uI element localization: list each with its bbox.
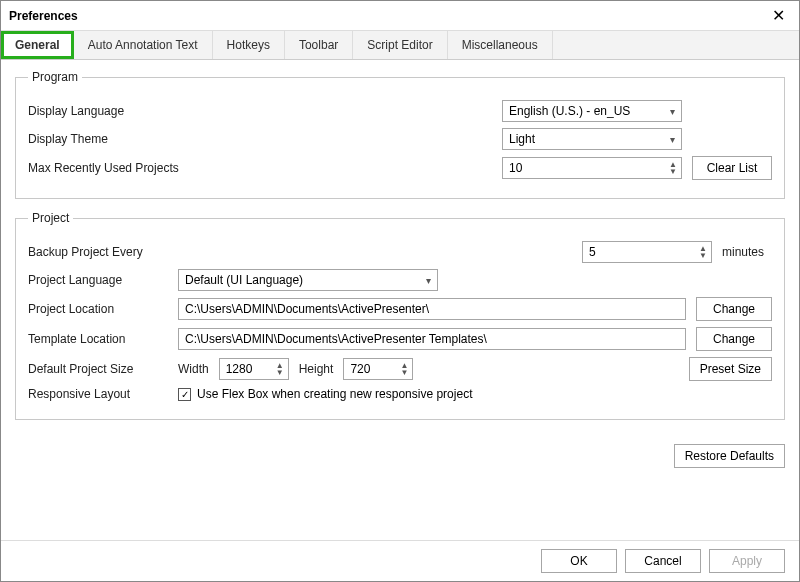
width-label: Width: [178, 362, 209, 376]
template-location-input[interactable]: C:\Users\ADMIN\Documents\ActivePresenter…: [178, 328, 686, 350]
tab-toolbar[interactable]: Toolbar: [285, 31, 353, 59]
spinner-buttons-icon[interactable]: ▲▼: [699, 245, 707, 259]
responsive-checkbox-wrap[interactable]: ✓ Use Flex Box when creating new respons…: [178, 387, 472, 401]
height-spinner[interactable]: 720 ▲▼: [343, 358, 413, 380]
tab-hotkeys[interactable]: Hotkeys: [213, 31, 285, 59]
spinner-buttons-icon[interactable]: ▲▼: [276, 362, 284, 376]
max-recent-spinner[interactable]: 10 ▲▼: [502, 157, 682, 179]
display-theme-label: Display Theme: [28, 132, 198, 146]
chevron-down-icon: ▾: [670, 106, 675, 117]
spinner-buttons-icon[interactable]: ▲▼: [400, 362, 408, 376]
tab-bar: General Auto Annotation Text Hotkeys Too…: [1, 31, 799, 60]
project-location-value: C:\Users\ADMIN\Documents\ActivePresenter…: [185, 302, 429, 316]
responsive-checkbox-label: Use Flex Box when creating new responsiv…: [197, 387, 472, 401]
display-language-label: Display Language: [28, 104, 198, 118]
template-location-value: C:\Users\ADMIN\Documents\ActivePresenter…: [185, 332, 487, 346]
chevron-down-icon: ▾: [670, 134, 675, 145]
tab-general[interactable]: General: [1, 31, 74, 59]
apply-button[interactable]: Apply: [709, 549, 785, 573]
width-spinner[interactable]: 1280 ▲▼: [219, 358, 289, 380]
tab-auto-annotation-text[interactable]: Auto Annotation Text: [74, 31, 213, 59]
tab-miscellaneous[interactable]: Miscellaneous: [448, 31, 553, 59]
ok-button[interactable]: OK: [541, 549, 617, 573]
width-value: 1280: [226, 362, 253, 376]
program-group: Program Display Language English (U.S.) …: [15, 70, 785, 199]
project-location-input[interactable]: C:\Users\ADMIN\Documents\ActivePresenter…: [178, 298, 686, 320]
height-label: Height: [299, 362, 334, 376]
dialog-footer: OK Cancel Apply: [1, 540, 799, 581]
chevron-down-icon: ▾: [426, 275, 431, 286]
backup-value: 5: [589, 245, 596, 259]
checkbox-icon[interactable]: ✓: [178, 388, 191, 401]
spinner-buttons-icon[interactable]: ▲▼: [669, 161, 677, 175]
change-template-location-button[interactable]: Change: [696, 327, 772, 351]
clear-list-button[interactable]: Clear List: [692, 156, 772, 180]
project-legend: Project: [28, 211, 73, 225]
project-language-label: Project Language: [28, 273, 168, 287]
backup-interval-spinner[interactable]: 5 ▲▼: [582, 241, 712, 263]
project-location-label: Project Location: [28, 302, 168, 316]
display-theme-select[interactable]: Light ▾: [502, 128, 682, 150]
responsive-layout-label: Responsive Layout: [28, 387, 168, 401]
backup-unit-label: minutes: [722, 245, 772, 259]
cancel-button[interactable]: Cancel: [625, 549, 701, 573]
display-language-value: English (U.S.) - en_US: [509, 104, 630, 118]
display-language-select[interactable]: English (U.S.) - en_US ▾: [502, 100, 682, 122]
max-recent-label: Max Recently Used Projects: [28, 161, 228, 175]
titlebar: Preferences ✕: [1, 1, 799, 31]
project-language-select[interactable]: Default (UI Language) ▾: [178, 269, 438, 291]
backup-label: Backup Project Every: [28, 245, 198, 259]
tab-script-editor[interactable]: Script Editor: [353, 31, 447, 59]
max-recent-value: 10: [509, 161, 522, 175]
window-title: Preferences: [9, 9, 766, 23]
program-legend: Program: [28, 70, 82, 84]
display-theme-value: Light: [509, 132, 535, 146]
content-area: Program Display Language English (U.S.) …: [1, 60, 799, 540]
preferences-window: Preferences ✕ General Auto Annotation Te…: [0, 0, 800, 582]
preset-size-button[interactable]: Preset Size: [689, 357, 772, 381]
change-project-location-button[interactable]: Change: [696, 297, 772, 321]
close-icon[interactable]: ✕: [766, 6, 791, 25]
restore-defaults-button[interactable]: Restore Defaults: [674, 444, 785, 468]
project-group: Project Backup Project Every 5 ▲▼ minute…: [15, 211, 785, 420]
height-value: 720: [350, 362, 370, 376]
default-project-size-label: Default Project Size: [28, 362, 168, 376]
template-location-label: Template Location: [28, 332, 168, 346]
project-language-value: Default (UI Language): [185, 273, 303, 287]
